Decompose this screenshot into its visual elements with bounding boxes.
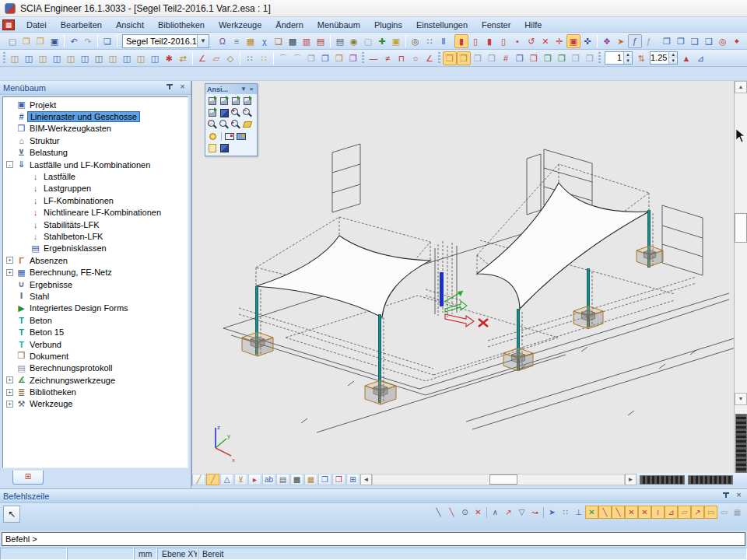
scale-spinner[interactable]: 1▲▼	[605, 51, 633, 65]
chevron-down-icon[interactable]: ▼	[240, 86, 247, 93]
send-icon[interactable]: ✦	[730, 34, 744, 48]
grid-color-icon[interactable]: ⊞	[346, 474, 359, 485]
snap-line-icon[interactable]: ╲	[432, 506, 445, 519]
shading-icon[interactable]	[207, 131, 218, 142]
toolbar-grip[interactable]	[598, 52, 601, 65]
filter-fx-off-icon[interactable]: ƒ	[642, 34, 656, 48]
gallery-icon[interactable]: ▢	[361, 34, 375, 48]
picture-add-icon[interactable]: ✚	[375, 34, 389, 48]
toolbar-grip[interactable]	[362, 52, 364, 65]
snap-line-point-icon[interactable]: ╲	[445, 506, 458, 519]
polygon-edit-icon[interactable]: ▱	[209, 51, 223, 65]
close-icon[interactable]: ×	[247, 86, 255, 93]
tree-expander-icon[interactable]: -	[6, 161, 13, 168]
view-top-icon[interactable]	[230, 96, 241, 107]
table-input-icon[interactable]: ▥	[300, 34, 314, 48]
view-side-icon[interactable]	[219, 96, 230, 107]
tree-item-integriertes-design-forms[interactable]: ▶Integriertes Design Forms	[3, 303, 188, 314]
tree-item-lastgruppen[interactable]: ↓Lastgruppen	[3, 183, 188, 194]
pair-nodes-icon[interactable]: ∷	[243, 51, 257, 65]
menu-fenster[interactable]: Fenster	[475, 19, 517, 31]
tree-item-bibliotheken[interactable]: +≣Bibliotheken	[3, 386, 188, 397]
copy-attr2-icon[interactable]: ❐	[318, 51, 332, 65]
geom-op-6-icon[interactable]: ◫	[78, 51, 92, 65]
perspective-icon[interactable]	[219, 142, 230, 153]
menu-bearbeiten[interactable]: Bearbeiten	[54, 19, 109, 31]
circle-red-icon[interactable]: ○	[409, 51, 423, 65]
snap-intersection-icon[interactable]: ✕	[625, 506, 638, 519]
tree-item-beton-15[interactable]: TBeton 15	[3, 326, 188, 338]
toolbar-grip[interactable]	[3, 52, 5, 65]
geom-op-5-icon[interactable]: ◫	[64, 51, 78, 65]
fast-render-icon[interactable]: ▩	[290, 474, 303, 485]
copy-add-icon[interactable]: ❑	[688, 34, 702, 48]
tree-item-beton[interactable]: TBeton	[3, 314, 188, 326]
layer-lock-3-icon[interactable]: ❒	[471, 51, 485, 65]
dimension-lines-icon[interactable]: Ⅱ	[437, 34, 451, 48]
toolbar-grip[interactable]	[438, 52, 440, 65]
scale-swap-icon[interactable]: ⇅	[634, 51, 648, 65]
hinge-icon[interactable]: ↺	[524, 34, 538, 48]
layer-lock-9-icon[interactable]: ❒	[569, 51, 583, 65]
tree-item-ergebnisse[interactable]: ∪Ergebnisse	[3, 278, 188, 290]
angle-red-icon[interactable]: ∠	[423, 51, 437, 65]
move-icon[interactable]: ✜	[580, 34, 594, 48]
mdi-document-icon[interactable]: ▦	[2, 19, 15, 30]
layer-lock-8-icon[interactable]: ❒	[555, 51, 569, 65]
snap-ortho-icon[interactable]: ✕	[638, 506, 651, 519]
tree-expander-icon[interactable]: +	[6, 389, 13, 396]
zoom-window-icon[interactable]: □	[207, 119, 218, 130]
machine-icon[interactable]: ▦	[304, 474, 317, 485]
tree-item-linienraster-und-geschosse[interactable]: #Linienraster und Geschosse	[3, 110, 188, 122]
scroll-down-icon[interactable]: ▼	[735, 393, 747, 405]
menu-plugins[interactable]: Plugins	[367, 19, 409, 31]
pin-icon[interactable]	[165, 83, 174, 93]
menu-datei[interactable]: Datei	[19, 19, 54, 31]
geom-op-11-icon[interactable]: ◫	[148, 51, 162, 65]
sidebar-tab-menubaum[interactable]: ⊞	[12, 471, 44, 485]
zoom-all-icon[interactable]	[219, 119, 230, 130]
snap-line-grid-icon[interactable]: ⊥	[572, 506, 585, 519]
ruler-icon[interactable]: ▭	[717, 506, 731, 519]
snap-edge-icon[interactable]: ╲	[612, 506, 625, 519]
tree-item-lastfälle[interactable]: ↓Lastfälle	[3, 170, 188, 182]
layer-lock-5-icon[interactable]: ❒	[513, 51, 527, 65]
view-front-icon[interactable]	[207, 96, 218, 107]
tree-item-berechnungsprotokoll[interactable]: ▤Berechnungsprotokoll	[3, 362, 188, 374]
snap-curve-icon[interactable]: ↝	[528, 506, 542, 519]
undo-icon[interactable]: ↶	[67, 34, 81, 48]
hinge-line-icon[interactable]: ≠	[381, 51, 395, 65]
box-gold-icon[interactable]: ❒	[332, 51, 346, 65]
search-2-icon[interactable]: ⌒	[290, 51, 304, 65]
print-icon[interactable]: ▤	[333, 34, 347, 48]
paste-add-icon[interactable]: ❑	[702, 34, 716, 48]
redo-icon[interactable]: ↷	[81, 34, 95, 48]
copy-attr-icon[interactable]: ❐	[304, 51, 318, 65]
pair-members-icon[interactable]: ∷	[257, 51, 271, 65]
tree-item-ergebnisklassen[interactable]: ▤Ergebnisklassen	[3, 243, 188, 254]
keypad-icon[interactable]: ▦	[731, 506, 744, 519]
vertical-scroll-thumb[interactable]	[735, 213, 747, 243]
geom-op-2-icon[interactable]: ◫	[22, 51, 36, 65]
pin-icon[interactable]	[721, 492, 731, 501]
line-red-icon[interactable]: —	[366, 51, 381, 65]
geom-op-13-icon[interactable]: ⇄	[176, 51, 190, 65]
render-wireframe-icon[interactable]	[224, 131, 235, 142]
horizontal-scroll-thumb[interactable]	[489, 474, 517, 485]
drawing-canvas[interactable]: z y x Ansi... ▼ × +−□▪ ▲ ▼	[191, 81, 747, 473]
snap-dot-grid-icon[interactable]: ∷	[559, 506, 572, 519]
tree-item-struktur[interactable]: ⌂Struktur	[3, 135, 188, 146]
tree-item-stahl[interactable]: ⅠStahl	[3, 290, 188, 302]
view-bottom-icon[interactable]	[207, 107, 218, 118]
label-flag-icon[interactable]: ▸	[248, 474, 261, 485]
save-all-icon[interactable]: ❒	[33, 34, 47, 48]
tree-item-verbund[interactable]: TVerbund	[3, 338, 188, 350]
view-palette-header[interactable]: Ansi... ▼ ×	[205, 84, 257, 94]
geom-op-8-icon[interactable]: ◫	[106, 51, 120, 65]
support-icon[interactable]: ⊓	[395, 51, 409, 65]
snap-arc-icon[interactable]: ≀	[651, 506, 665, 519]
geom-op-4-icon[interactable]: ◫	[50, 51, 64, 65]
scroll-up-icon[interactable]: ▲	[735, 81, 747, 93]
help-icon[interactable]: ◎	[716, 34, 730, 48]
member-props-icon[interactable]: ▣	[566, 34, 580, 48]
